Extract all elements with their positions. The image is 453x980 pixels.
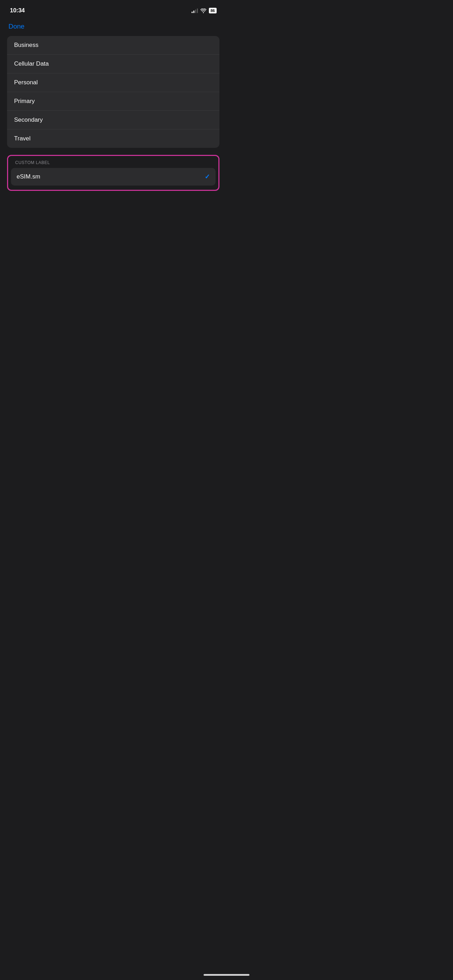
signal-icon (192, 8, 198, 13)
list-item-personal[interactable]: Personal (7, 73, 219, 92)
wifi-icon (200, 8, 207, 13)
status-bar: 10:34 86 (0, 0, 227, 19)
list-item-cellular-data[interactable]: Cellular Data (7, 55, 219, 73)
list-item-travel[interactable]: Travel (7, 129, 219, 148)
done-button-row: Done (0, 19, 227, 36)
custom-input-value: eSIM.sm (17, 173, 40, 180)
list-item-primary[interactable]: Primary (7, 92, 219, 111)
custom-label-header: CUSTOM LABEL (8, 156, 218, 168)
status-time: 10:34 (10, 7, 25, 14)
checkmark-icon: ✓ (205, 173, 210, 181)
list-item-secondary[interactable]: Secondary (7, 111, 219, 129)
done-button[interactable]: Done (8, 22, 24, 30)
custom-input-row[interactable]: eSIM.sm ✓ (11, 168, 216, 186)
label-list: Business Cellular Data Personal Primary … (7, 36, 219, 148)
custom-label-section: CUSTOM LABEL eSIM.sm ✓ (7, 155, 219, 191)
battery-level: 86 (211, 8, 215, 13)
status-icons: 86 (192, 8, 217, 13)
list-item-business[interactable]: Business (7, 36, 219, 55)
battery-icon: 86 (209, 8, 217, 13)
